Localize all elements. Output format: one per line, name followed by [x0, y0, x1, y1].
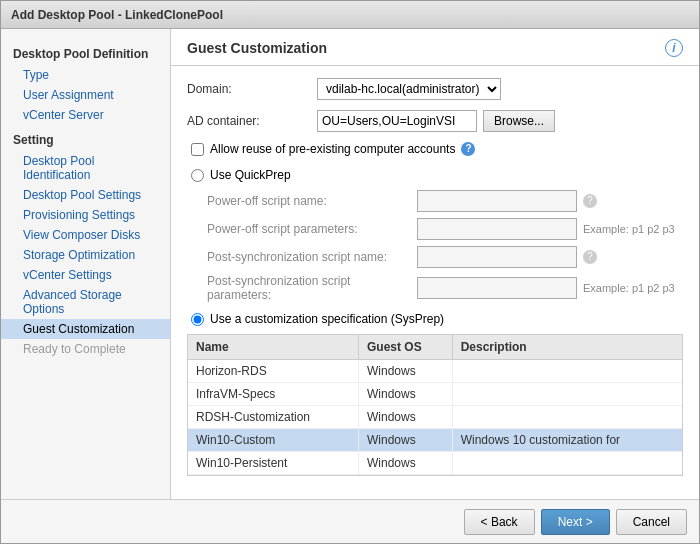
cell-description — [452, 360, 682, 383]
main-panel: Guest Customization i Domain: vdilab-hc.… — [171, 29, 699, 499]
sidebar-section-definition: Desktop Pool Definition — [1, 43, 170, 65]
power-off-script-params-label: Power-off script parameters: — [207, 222, 417, 236]
allow-reuse-row: Allow reuse of pre-existing computer acc… — [187, 142, 683, 156]
panel-title: Guest Customization — [187, 40, 327, 56]
post-sync-hint: Example: p1 p2 p3 — [583, 282, 675, 294]
col-guest-os: Guest OS — [359, 335, 453, 360]
panel-body: Domain: vdilab-hc.local(administrator) A… — [171, 66, 699, 499]
ad-container-row: AD container: Browse... — [187, 110, 683, 132]
sidebar-item-provisioning-settings[interactable]: Provisioning Settings — [1, 205, 170, 225]
power-off-script-name-row: Power-off script name: ? — [207, 190, 683, 212]
domain-select[interactable]: vdilab-hc.local(administrator) — [317, 78, 501, 100]
ad-container-label: AD container: — [187, 114, 317, 128]
cell-os: Windows — [359, 360, 453, 383]
table-row[interactable]: Win10-CustomWindowsWindows 10 customizat… — [188, 429, 682, 452]
col-description: Description — [452, 335, 682, 360]
sysprep-radio[interactable] — [191, 313, 204, 326]
post-sync-script-name-label: Post-synchronization script name: — [207, 250, 417, 264]
cell-os: Windows — [359, 383, 453, 406]
domain-row: Domain: vdilab-hc.local(administrator) — [187, 78, 683, 100]
panel-title-row: Guest Customization i — [171, 29, 699, 66]
power-off-script-params-row: Power-off script parameters: Example: p1… — [207, 218, 683, 240]
cell-description — [452, 452, 682, 475]
post-sync-script-name-input[interactable] — [417, 246, 577, 268]
cell-os: Windows — [359, 406, 453, 429]
sidebar-item-type[interactable]: Type — [1, 65, 170, 85]
post-sync-script-params-label: Post-synchronization script parameters: — [207, 274, 417, 302]
sidebar-item-advanced-storage-options[interactable]: Advanced Storage Options — [1, 285, 170, 319]
cell-description — [452, 406, 682, 429]
sidebar-item-guest-customization[interactable]: Guest Customization — [1, 319, 170, 339]
help-icon-reuse[interactable]: ? — [461, 142, 475, 156]
ad-container-input[interactable] — [317, 110, 477, 132]
back-button[interactable]: < Back — [464, 509, 535, 535]
table-row[interactable]: RDSH-CustomizationWindows — [188, 406, 682, 429]
cell-os: Windows — [359, 429, 453, 452]
power-off-hint: Example: p1 p2 p3 — [583, 223, 675, 235]
sidebar-item-storage-optimization[interactable]: Storage Optimization — [1, 245, 170, 265]
info-icon[interactable]: i — [665, 39, 683, 57]
sidebar-item-user-assignment[interactable]: User Assignment — [1, 85, 170, 105]
domain-label: Domain: — [187, 82, 317, 96]
next-button[interactable]: Next > — [541, 509, 610, 535]
sidebar-item-view-composer-disks[interactable]: View Composer Disks — [1, 225, 170, 245]
window-title: Add Desktop Pool - LinkedClonePool — [11, 8, 223, 22]
cell-description — [452, 383, 682, 406]
domain-control: vdilab-hc.local(administrator) — [317, 78, 501, 100]
cell-name: InfraVM-Specs — [188, 383, 359, 406]
sidebar-section-setting: Setting — [1, 129, 170, 151]
power-off-script-params-input[interactable] — [417, 218, 577, 240]
window: Add Desktop Pool - LinkedClonePool Deskt… — [0, 0, 700, 544]
quickprep-label: Use QuickPrep — [210, 168, 291, 182]
quickprep-subform: Power-off script name: ? Power-off scrip… — [207, 190, 683, 302]
sidebar-item-desktop-pool-settings[interactable]: Desktop Pool Settings — [1, 185, 170, 205]
sidebar-item-vcenter-server[interactable]: vCenter Server — [1, 105, 170, 125]
sysprep-label: Use a customization specification (SysPr… — [210, 312, 444, 326]
help-icon-power-off[interactable]: ? — [583, 194, 597, 208]
spec-table: Name Guest OS Description Horizon-RDSWin… — [188, 335, 682, 475]
sidebar: Desktop Pool Definition Type User Assign… — [1, 29, 171, 499]
table-row[interactable]: InfraVM-SpecsWindows — [188, 383, 682, 406]
cell-os: Windows — [359, 452, 453, 475]
help-icon-post-sync[interactable]: ? — [583, 250, 597, 264]
power-off-script-name-input[interactable] — [417, 190, 577, 212]
footer: < Back Next > Cancel — [1, 499, 699, 543]
allow-reuse-label: Allow reuse of pre-existing computer acc… — [210, 142, 455, 156]
col-name: Name — [188, 335, 359, 360]
quickprep-radio[interactable] — [191, 169, 204, 182]
power-off-script-name-label: Power-off script name: — [207, 194, 417, 208]
sysprep-row: Use a customization specification (SysPr… — [187, 312, 683, 326]
cell-name: Win10-Persistent — [188, 452, 359, 475]
sidebar-item-vcenter-settings[interactable]: vCenter Settings — [1, 265, 170, 285]
table-header-row: Name Guest OS Description — [188, 335, 682, 360]
post-sync-script-name-row: Post-synchronization script name: ? — [207, 246, 683, 268]
cell-name: Horizon-RDS — [188, 360, 359, 383]
sidebar-item-desktop-pool-identification[interactable]: Desktop Pool Identification — [1, 151, 170, 185]
cell-name: RDSH-Customization — [188, 406, 359, 429]
cell-name: Win10-Custom — [188, 429, 359, 452]
cell-description: Windows 10 customization for — [452, 429, 682, 452]
post-sync-script-params-input[interactable] — [417, 277, 577, 299]
table-row[interactable]: Horizon-RDSWindows — [188, 360, 682, 383]
title-bar: Add Desktop Pool - LinkedClonePool — [1, 1, 699, 29]
sidebar-item-ready-to-complete: Ready to Complete — [1, 339, 170, 359]
post-sync-script-params-row: Post-synchronization script parameters: … — [207, 274, 683, 302]
allow-reuse-checkbox[interactable] — [191, 143, 204, 156]
table-row[interactable]: Win10-PersistentWindows — [188, 452, 682, 475]
cancel-button[interactable]: Cancel — [616, 509, 687, 535]
quickprep-row: Use QuickPrep — [187, 168, 683, 182]
browse-button[interactable]: Browse... — [483, 110, 555, 132]
spec-table-container: Name Guest OS Description Horizon-RDSWin… — [187, 334, 683, 476]
